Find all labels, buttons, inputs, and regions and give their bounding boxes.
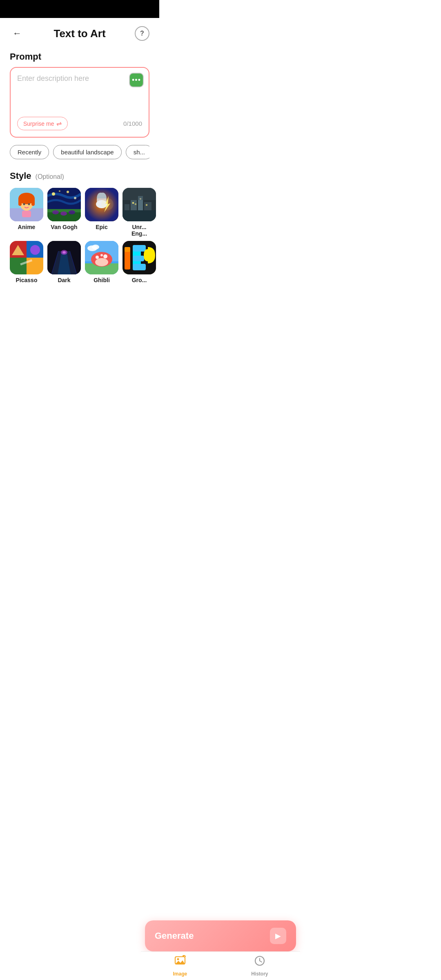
- style-item-picasso[interactable]: Picasso: [10, 241, 43, 283]
- style-thumb-picasso: [10, 241, 43, 274]
- style-name-epic: Epic: [96, 224, 108, 230]
- generate-label: Generate: [155, 931, 159, 941]
- svg-point-23: [101, 198, 114, 210]
- chips-row: Recently beautiful landscape sh...: [10, 145, 149, 161]
- style-name-unknown: Unr...Eng...: [131, 224, 147, 237]
- style-thumb-unknown: [122, 188, 156, 221]
- help-icon: ?: [140, 30, 144, 37]
- style-thumb-gro: [122, 241, 156, 274]
- style-item-ghibli[interactable]: Ghibli: [85, 241, 118, 283]
- back-button[interactable]: ←: [10, 26, 24, 41]
- shuffle-icon: ⇌: [56, 120, 62, 127]
- svg-rect-38: [10, 258, 27, 274]
- style-name-dark: Dark: [58, 277, 70, 283]
- svg-rect-4: [18, 198, 22, 206]
- svg-point-10: [52, 192, 55, 196]
- svg-point-54: [95, 258, 108, 266]
- svg-rect-30: [132, 202, 134, 204]
- svg-point-59: [92, 245, 99, 249]
- svg-point-17: [60, 212, 67, 216]
- style-item-dark[interactable]: Dark: [47, 241, 81, 283]
- style-section: Style (Optional): [10, 171, 149, 283]
- bottom-nav: Image History: [141, 951, 159, 980]
- prompt-input[interactable]: [17, 74, 142, 111]
- svg-rect-65: [133, 256, 144, 261]
- surprise-me-button[interactable]: Surprise me ⇌: [17, 117, 68, 130]
- char-count: 0/1000: [123, 120, 142, 127]
- svg-rect-33: [146, 204, 147, 206]
- svg-rect-5: [31, 198, 35, 206]
- style-name-gro: Gro...: [132, 277, 147, 283]
- style-optional: (Optional): [36, 173, 64, 180]
- svg-point-56: [103, 254, 107, 258]
- svg-point-47: [62, 251, 66, 254]
- main-content: Prompt ••• Surprise me ⇌ 0/1000 Recently…: [0, 45, 159, 283]
- generate-bar[interactable]: Generate ▶: [145, 920, 159, 951]
- svg-point-13: [59, 190, 60, 192]
- svg-rect-31: [135, 203, 136, 205]
- chip-recently[interactable]: Recently: [10, 145, 49, 159]
- svg-rect-8: [22, 211, 31, 217]
- help-button[interactable]: ?: [135, 26, 149, 41]
- svg-point-12: [74, 197, 76, 199]
- svg-point-11: [67, 191, 69, 193]
- svg-rect-34: [122, 188, 156, 200]
- style-item-unknown[interactable]: Unr...Eng...: [122, 188, 156, 237]
- page-title: Text to Art: [53, 27, 105, 40]
- dots-icon: •••: [132, 76, 141, 85]
- style-grid: Anime: [10, 188, 149, 283]
- svg-point-55: [96, 256, 99, 259]
- prompt-container: ••• Surprise me ⇌ 0/1000: [10, 67, 149, 138]
- svg-rect-62: [125, 247, 130, 252]
- surprise-label: Surprise me: [23, 120, 54, 127]
- style-item-vangogh[interactable]: Van Gogh: [47, 188, 81, 237]
- style-name-ghibli: Ghibli: [94, 277, 110, 283]
- style-header: Style (Optional): [10, 171, 149, 181]
- svg-point-7: [28, 203, 30, 205]
- style-title: Style: [10, 171, 31, 181]
- style-item-epic[interactable]: Epic: [85, 188, 118, 237]
- status-bar: [0, 0, 159, 18]
- prompt-footer: Surprise me ⇌ 0/1000: [17, 117, 142, 130]
- style-name-anime: Anime: [18, 224, 36, 230]
- svg-rect-64: [133, 245, 146, 252]
- style-thumb-epic: [85, 188, 118, 221]
- svg-rect-29: [122, 210, 156, 221]
- svg-point-6: [23, 203, 25, 205]
- chip-beautiful-landscape[interactable]: beautiful landscape: [53, 145, 121, 159]
- svg-point-16: [52, 210, 59, 214]
- style-name-vangogh: Van Gogh: [51, 224, 77, 230]
- style-name-picasso: Picasso: [16, 277, 38, 283]
- style-thumb-ghibli: [85, 241, 118, 274]
- svg-rect-66: [133, 264, 146, 270]
- header: ← Text to Art ?: [0, 18, 159, 45]
- style-item-gro[interactable]: Gro...: [122, 241, 156, 283]
- svg-point-41: [30, 245, 40, 255]
- style-thumb-anime: [10, 188, 43, 221]
- svg-point-57: [100, 254, 103, 256]
- chip-sh[interactable]: sh...: [126, 145, 149, 159]
- style-item-anime[interactable]: Anime: [10, 188, 43, 237]
- back-arrow-icon: ←: [13, 28, 22, 39]
- svg-rect-39: [27, 258, 43, 274]
- style-thumb-vangogh: [47, 188, 81, 221]
- prompt-label: Prompt: [10, 51, 149, 62]
- style-thumb-dark: [47, 241, 81, 274]
- svg-point-18: [69, 210, 75, 214]
- more-options-button[interactable]: •••: [129, 73, 144, 87]
